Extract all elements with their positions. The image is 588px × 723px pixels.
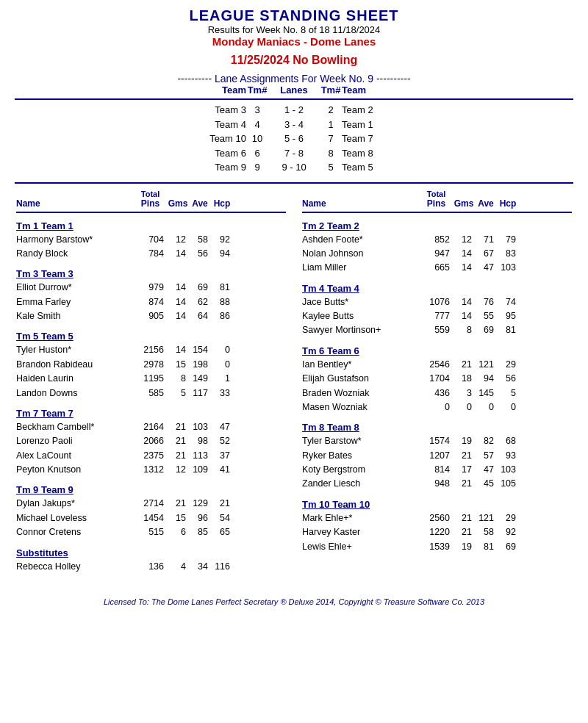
player-ave: 57 — [475, 449, 497, 463]
lane-team1: Team 4 — [195, 118, 246, 132]
player-name: Elliot Durrow* — [16, 281, 134, 295]
player-name: Harvey Kaster — [302, 525, 420, 539]
player-pins: 1220 — [420, 525, 453, 539]
player-hcp: 81 — [497, 323, 519, 337]
player-pins: 585 — [134, 386, 167, 400]
lane-row: Team 4 4 3 - 4 1 Team 1 — [15, 118, 573, 132]
player-gms: 8 — [453, 323, 475, 337]
lane-tmnum1: 6 — [246, 146, 268, 161]
player-pins: 979 — [134, 281, 167, 295]
player-name: Landon Downs — [16, 386, 134, 400]
lane-team2: Team 2 — [342, 103, 393, 118]
player-gms: 14 — [167, 343, 189, 357]
player-pins: 2714 — [134, 497, 167, 511]
team-header: Tm 8 Team 8 — [302, 422, 572, 433]
player-pins: 2164 — [134, 420, 167, 434]
player-pins: 2066 — [134, 434, 167, 448]
player-ave: 149 — [189, 372, 211, 386]
team-section: Tm 1 Team 1 Harmony Barstow* 704 12 58 9… — [16, 220, 286, 262]
team-header: Tm 5 Team 5 — [16, 331, 286, 342]
player-ave: 69 — [189, 281, 211, 295]
player-hcp: 94 — [211, 247, 233, 261]
player-name: Masen Wozniak — [302, 400, 420, 414]
player-ave: 34 — [189, 560, 211, 574]
lane-team2: Team 1 — [342, 118, 393, 132]
right-ave-header: Ave — [475, 198, 497, 209]
standings-table: Name Total Pins Gms Ave Hcp Tm 1 Team 1 … — [15, 188, 573, 575]
left-col-header: Name Total Pins Gms Ave Hcp — [16, 190, 286, 209]
player-pins: 1207 — [420, 449, 453, 463]
player-hcp: 0 — [211, 358, 233, 372]
player-hcp: 88 — [211, 295, 233, 309]
lane-row: Team 6 6 7 - 8 8 Team 8 — [15, 146, 573, 161]
team-header: Tm 7 Team 7 — [16, 408, 286, 419]
player-gms: 14 — [453, 261, 475, 275]
player-hcp: 29 — [497, 511, 519, 525]
player-pins: 1574 — [420, 434, 453, 448]
right-pins-header: Pins — [427, 198, 445, 209]
player-ave: 45 — [475, 477, 497, 491]
player-pins: 1454 — [134, 511, 167, 525]
player-row: Lewis Ehle+ 1539 19 81 69 — [302, 540, 572, 554]
team-section: Substitutes Rebecca Holley 136 4 34 116 — [16, 547, 286, 574]
player-hcp: 29 — [497, 358, 519, 372]
player-gms: 19 — [453, 540, 475, 554]
player-row: Harvey Kaster 1220 21 58 92 — [302, 525, 572, 539]
player-name: Dylan Jakups* — [16, 497, 134, 511]
page-title: LEAGUE STANDING SHEET — [15, 7, 573, 24]
player-ave: 62 — [189, 295, 211, 309]
lane-tmnum1: 10 — [246, 132, 268, 146]
player-hcp: 81 — [211, 281, 233, 295]
lane-col-team1: Team — [195, 84, 246, 96]
player-row: Connor Cretens 515 6 85 65 — [16, 525, 286, 539]
team-section: Tm 7 Team 7 Beckham Cambell* 2164 21 103… — [16, 408, 286, 478]
player-pins: 0 — [420, 400, 453, 414]
player-pins: 2978 — [134, 358, 167, 372]
player-pins: 704 — [134, 233, 167, 247]
lane-tmnum2: 5 — [320, 160, 342, 175]
player-name: Jace Butts* — [302, 295, 420, 309]
lane-team2: Team 5 — [342, 160, 393, 175]
player-name: Braden Wozniak — [302, 386, 420, 400]
player-row: Randy Block 784 14 56 94 — [16, 247, 286, 261]
player-name: Beckham Cambell* — [16, 420, 134, 434]
player-name: Lorenzo Paoli — [16, 434, 134, 448]
team-header: Tm 6 Team 6 — [302, 345, 572, 356]
player-hcp: 68 — [497, 434, 519, 448]
player-ave: 96 — [189, 511, 211, 525]
lane-lanes: 5 - 6 — [268, 132, 320, 146]
player-hcp: 74 — [497, 295, 519, 309]
player-ave: 0 — [475, 400, 497, 414]
left-name-header: Name — [16, 198, 134, 209]
player-ave: 76 — [475, 295, 497, 309]
player-name: Randy Block — [16, 247, 134, 261]
player-gms: 21 — [167, 420, 189, 434]
player-ave: 113 — [189, 449, 211, 463]
player-name: Alex LaCount — [16, 449, 134, 463]
player-row: Ian Bentley* 2546 21 121 29 — [302, 358, 572, 372]
player-name: Brandon Rabideau — [16, 358, 134, 372]
player-name: Kaylee Butts — [302, 309, 420, 323]
player-pins: 2156 — [134, 343, 167, 357]
lane-team2: Team 8 — [342, 146, 393, 161]
player-row: Brandon Rabideau 2978 15 198 0 — [16, 358, 286, 372]
team-section: Tm 5 Team 5 Tyler Huston* 2156 14 154 0 … — [16, 331, 286, 400]
player-hcp: 33 — [211, 386, 233, 400]
player-hcp: 86 — [211, 309, 233, 323]
player-name: Koty Bergstrom — [302, 463, 420, 477]
player-pins: 1312 — [134, 463, 167, 477]
player-row: Beckham Cambell* 2164 21 103 47 — [16, 420, 286, 434]
team-section: Tm 2 Team 2 Ashden Foote* 852 12 71 79 N… — [302, 220, 572, 276]
player-row: Alex LaCount 2375 21 113 37 — [16, 449, 286, 463]
right-col-header: Name Total Pins Gms Ave Hcp — [302, 190, 572, 209]
right-column: Name Total Pins Gms Ave Hcp Tm 2 Team 2 … — [295, 190, 572, 574]
left-pins-header: Pins — [141, 198, 159, 209]
lane-col-team2: Team — [342, 84, 393, 96]
player-name: Ryker Bates — [302, 449, 420, 463]
player-row: Liam Miller 665 14 47 103 — [302, 261, 572, 275]
player-pins: 436 — [420, 386, 453, 400]
player-gms: 12 — [167, 463, 189, 477]
player-ave: 56 — [189, 247, 211, 261]
lane-rows: Team 3 3 1 - 2 2 Team 2 Team 4 4 3 - 4 1… — [15, 103, 573, 175]
player-gms: 12 — [453, 233, 475, 247]
